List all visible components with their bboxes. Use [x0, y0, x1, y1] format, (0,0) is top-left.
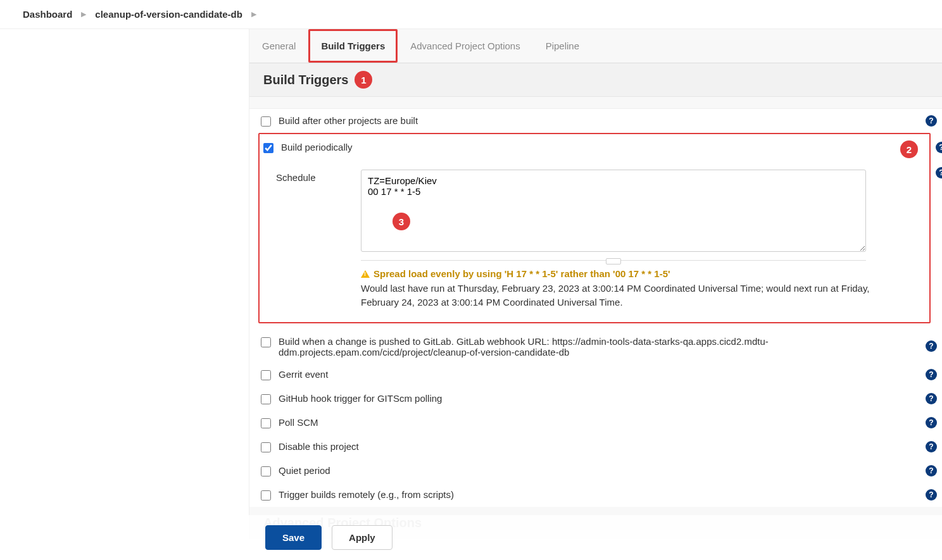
tab-build-triggers[interactable]: Build Triggers: [308, 29, 398, 63]
help-icon[interactable]: ?: [926, 369, 937, 380]
label-trigger-remote: Trigger builds remotely (e.g., from scri…: [279, 488, 931, 500]
help-icon[interactable]: ?: [926, 465, 937, 476]
checkbox-github-hook[interactable]: [261, 394, 271, 404]
help-icon[interactable]: ?: [926, 417, 937, 428]
label-build-periodically: Build periodically: [281, 140, 891, 152]
checkbox-build-periodically[interactable]: [263, 143, 273, 153]
schedule-description: Would last have run at Thursday, Februar…: [361, 282, 874, 309]
option-poll-scm: Poll SCM ?: [249, 411, 942, 435]
option-gerrit: Gerrit event ?: [249, 363, 942, 387]
tab-advanced-options[interactable]: Advanced Project Options: [398, 29, 532, 63]
option-disable-project: Disable this project ?: [249, 435, 942, 459]
option-trigger-remote: Trigger builds remotely (e.g., from scri…: [249, 483, 942, 507]
label-disable-project: Disable this project: [279, 440, 931, 452]
schedule-warning: Spread load evenly by using 'H 17 * * 1-…: [361, 268, 918, 279]
schedule-label: Schedule: [276, 170, 330, 309]
help-icon[interactable]: ?: [926, 340, 937, 352]
option-build-after: Build after other projects are built ?: [249, 109, 942, 133]
config-tabs: General Build Triggers Advanced Project …: [249, 29, 942, 63]
help-icon[interactable]: ?: [926, 393, 937, 404]
label-quiet-period: Quiet period: [279, 464, 931, 476]
tab-pipeline[interactable]: Pipeline: [533, 29, 592, 63]
schedule-warning-text: Spread load evenly by using 'H 17 * * 1-…: [374, 268, 670, 279]
callout-3: 3: [392, 213, 410, 230]
checkbox-trigger-remote[interactable]: [261, 490, 271, 501]
label-poll-scm: Poll SCM: [279, 416, 931, 428]
chevron-right-icon: ▶: [81, 10, 86, 18]
apply-button[interactable]: Apply: [332, 525, 392, 539]
footer-actions: Save Apply: [249, 515, 942, 539]
option-build-periodically: Build periodically 2: [260, 135, 929, 163]
option-github-hook: GitHub hook trigger for GITScm polling ?: [249, 387, 942, 411]
save-button[interactable]: Save: [265, 525, 322, 539]
checkbox-gerrit[interactable]: [261, 370, 271, 380]
help-icon[interactable]: ?: [926, 489, 937, 501]
tab-general[interactable]: General: [249, 29, 308, 63]
checkbox-disable-project[interactable]: [261, 442, 271, 452]
help-icon[interactable]: ?: [936, 167, 942, 178]
label-github-hook: GitHub hook trigger for GITScm polling: [279, 392, 931, 404]
breadcrumb-dashboard[interactable]: Dashboard: [23, 9, 72, 20]
highlight-box-periodically: Build periodically 2 ? Schedule 3 Spread…: [258, 133, 931, 323]
chevron-right-icon: ▶: [251, 10, 256, 18]
checkbox-gitlab-push[interactable]: [261, 337, 271, 347]
help-icon[interactable]: ?: [926, 115, 937, 127]
section-title: Build Triggers 1: [249, 63, 942, 97]
help-icon[interactable]: ?: [926, 441, 937, 452]
help-icon[interactable]: ?: [936, 142, 942, 153]
warning-icon: [361, 270, 370, 278]
checkbox-build-after[interactable]: [261, 116, 271, 127]
breadcrumb: Dashboard ▶ cleanup-of-version-candidate…: [0, 0, 942, 29]
label-build-after: Build after other projects are built: [279, 114, 931, 126]
label-gerrit: Gerrit event: [279, 368, 931, 380]
callout-2: 2: [900, 140, 918, 158]
section-title-text: Build Triggers: [263, 73, 348, 87]
option-gitlab-push: Build when a change is pushed to GitLab.…: [249, 330, 942, 363]
callout-1: 1: [355, 71, 372, 89]
label-gitlab-push: Build when a change is pushed to GitLab.…: [279, 335, 861, 358]
breadcrumb-project[interactable]: cleanup-of-version-candidate-db: [95, 9, 242, 20]
option-quiet-period: Quiet period ?: [249, 459, 942, 483]
checkbox-poll-scm[interactable]: [261, 418, 271, 428]
checkbox-quiet-period[interactable]: [261, 466, 271, 476]
schedule-textarea[interactable]: [361, 170, 866, 252]
